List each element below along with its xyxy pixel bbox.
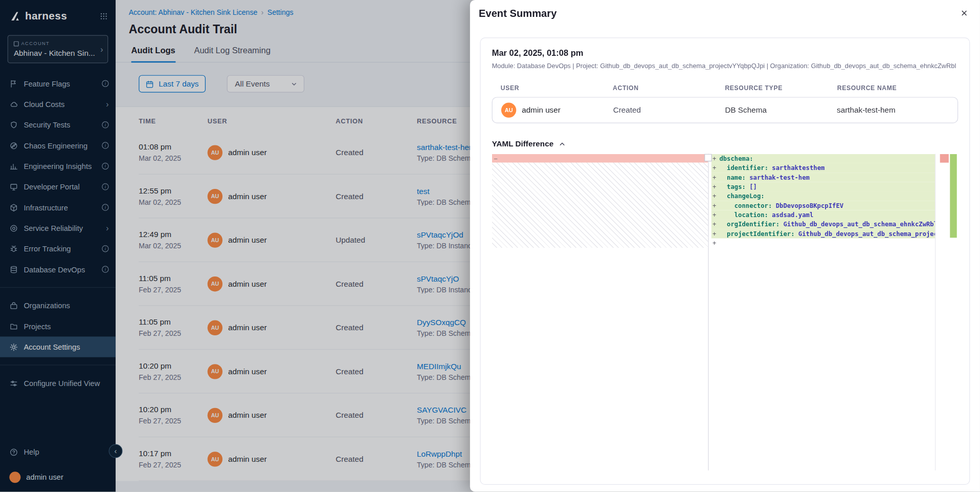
chevron-up-icon [559,140,565,147]
diff-ruler-added-mark [950,154,956,238]
diff-added-line: +identifier: sarthaktesthem [711,163,935,173]
cell-resource-name: sarthak-test-hem [837,106,949,115]
diff-added-line: +dbschema: [711,154,935,163]
diff-empty-hatch [492,163,708,248]
diff-pane-divider [708,154,708,470]
diff-added-line: +changeLog: [711,191,935,201]
diff-added-line: +name: sarthak-test-hem [711,173,935,182]
column-header-user: USER [501,84,613,91]
yaml-diff-viewer: − +dbschema:+identifier: sarthaktesthem+… [492,154,959,470]
app-root: harness ACCOUNT Abhinav - Kitchen Sin...… [0,0,980,491]
avatar: AU [501,102,516,117]
cell-action: Created [613,106,725,115]
diff-overview-ruler [935,154,958,470]
diff-removed-placeholder: − [492,154,708,163]
event-summary-card: Mar 02, 2025, 01:08 pm Module: Database … [480,37,970,485]
event-meta: Module: Database DevOps | Project: Githu… [492,62,959,70]
column-header-resource-name: RESOURCE NAME [837,84,949,91]
diff-splitter-handle[interactable] [704,154,712,162]
diff-ruler-removed-mark [940,154,949,163]
cell-user: AU admin user [501,102,613,117]
diff-added-line: +location: asdsad.yaml [711,210,935,220]
event-timestamp: Mar 02, 2025, 01:08 pm [492,48,959,57]
drawer-header: Event Summary × [470,0,980,19]
diff-modified-pane: +dbschema:+identifier: sarthaktesthem+na… [711,154,935,470]
diff-added-line: +tags: [] [711,182,935,191]
yaml-difference-label: YAML Difference [492,139,554,148]
detail-table-row: AU admin user Created DB Schema sarthak-… [492,97,959,123]
drawer-title: Event Summary [479,8,556,19]
detail-table-header: USER ACTION RESOURCE TYPE RESOURCE NAME [492,84,959,91]
cell-resource-type: DB Schema [725,106,837,115]
diff-original-pane: − [492,154,708,470]
event-summary-drawer: Event Summary × Mar 02, 2025, 01:08 pm M… [470,0,980,491]
diff-trailing-line: + [711,239,935,248]
column-header-resource-type: RESOURCE TYPE [725,84,837,91]
diff-added-line: +orgIdentifier: Github_db_devops_aut_db_… [711,220,935,229]
column-header-action: ACTION [613,84,725,91]
diff-added-line: +connector: DbDevopsoBKpcpIfEV [711,201,935,210]
close-icon[interactable]: × [961,8,968,19]
user-name: admin user [522,106,561,115]
yaml-difference-toggle[interactable]: YAML Difference [492,139,959,148]
diff-added-line: +projectIdentifier: Github_db_devops_aut… [711,229,935,238]
